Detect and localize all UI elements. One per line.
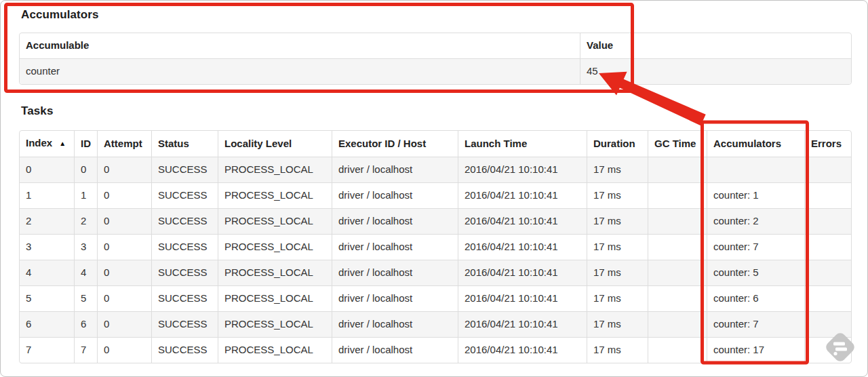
table-cell: 2016/04/21 10:10:41: [458, 157, 587, 182]
column-header: Value: [580, 33, 851, 58]
table-cell: PROCESS_LOCAL: [218, 311, 332, 337]
table-cell: [804, 260, 851, 285]
table-cell: 2: [20, 208, 74, 234]
table-cell: SUCCESS: [151, 234, 218, 260]
tasks-section-title: Tasks: [21, 104, 53, 118]
column-header[interactable]: Locality Level: [218, 131, 332, 157]
table-cell: 7: [74, 337, 97, 363]
table-cell: counter: 17: [707, 337, 804, 363]
table-cell: SUCCESS: [151, 208, 218, 234]
table-cell: 5: [74, 285, 97, 311]
table-cell: PROCESS_LOCAL: [218, 337, 332, 363]
table-cell: 17 ms: [587, 182, 648, 208]
table-cell: 17 ms: [587, 285, 648, 311]
table-cell: 0: [97, 311, 151, 337]
table-cell: 0: [97, 157, 151, 182]
table-cell: PROCESS_LOCAL: [218, 182, 332, 208]
table-row: 000SUCCESSPROCESS_LOCALdriver / localhos…: [20, 157, 851, 182]
table-cell: 4: [20, 260, 74, 285]
table-row: 220SUCCESSPROCESS_LOCALdriver / localhos…: [20, 208, 851, 234]
table-cell: 0: [97, 260, 151, 285]
table-cell: 17 ms: [587, 208, 648, 234]
table-cell: 7: [20, 337, 74, 363]
column-header[interactable]: Status: [151, 131, 218, 157]
table-cell: driver / localhost: [332, 208, 458, 234]
spark-ui-page: Accumulators AccumulableValue counter45 …: [0, 0, 868, 377]
table-cell: driver / localhost: [332, 311, 458, 337]
table-cell: 6: [20, 311, 74, 337]
table-cell: 2016/04/21 10:10:41: [458, 285, 587, 311]
table-row: 770SUCCESSPROCESS_LOCALdriver / localhos…: [20, 337, 851, 363]
table-cell: 17 ms: [587, 234, 648, 260]
table-cell: [804, 182, 851, 208]
table-cell: 2016/04/21 10:10:41: [458, 311, 587, 337]
table-cell: counter: [20, 58, 580, 84]
table-cell: 17 ms: [587, 260, 648, 285]
table-cell: [648, 285, 707, 311]
table-cell: 4: [74, 260, 97, 285]
column-header[interactable]: Attempt: [97, 131, 151, 157]
table-cell: 2016/04/21 10:10:41: [458, 337, 587, 363]
column-header[interactable]: Index▲: [20, 131, 74, 157]
column-header[interactable]: Errors: [804, 131, 851, 157]
table-cell: counter: 7: [707, 311, 804, 337]
column-header[interactable]: Executor ID / Host: [332, 131, 458, 157]
column-header[interactable]: GC Time: [648, 131, 707, 157]
accumulators-header-row: AccumulableValue: [20, 33, 851, 58]
table-cell: 3: [20, 234, 74, 260]
table-cell: [648, 157, 707, 182]
table-cell: 3: [74, 234, 97, 260]
table-cell: 17 ms: [587, 337, 648, 363]
column-header[interactable]: Launch Time: [458, 131, 587, 157]
table-cell: [804, 234, 851, 260]
column-header[interactable]: Accumulators: [707, 131, 804, 157]
accumulators-table-body: counter45: [20, 58, 851, 84]
table-cell: SUCCESS: [151, 182, 218, 208]
table-cell: 17 ms: [587, 157, 648, 182]
table-row: 110SUCCESSPROCESS_LOCALdriver / localhos…: [20, 182, 851, 208]
table-cell: [707, 157, 804, 182]
column-header: Accumulable: [20, 33, 580, 58]
table-cell: counter: 5: [707, 260, 804, 285]
table-cell: [804, 157, 851, 182]
tasks-header-row: Index▲IDAttemptStatusLocality LevelExecu…: [20, 131, 851, 157]
table-cell: [804, 208, 851, 234]
table-cell: [648, 234, 707, 260]
table-cell: SUCCESS: [151, 260, 218, 285]
table-cell: driver / localhost: [332, 337, 458, 363]
table-row: 440SUCCESSPROCESS_LOCALdriver / localhos…: [20, 260, 851, 285]
table-cell: [804, 337, 851, 363]
table-cell: counter: 2: [707, 208, 804, 234]
table-cell: [648, 311, 707, 337]
column-header[interactable]: Duration: [587, 131, 648, 157]
table-cell: driver / localhost: [332, 182, 458, 208]
table-cell: [648, 337, 707, 363]
table-cell: 5: [20, 285, 74, 311]
table-cell: SUCCESS: [151, 337, 218, 363]
table-cell: driver / localhost: [332, 260, 458, 285]
accumulators-table: AccumulableValue counter45: [19, 33, 852, 85]
table-cell: [804, 311, 851, 337]
table-cell: 45: [580, 58, 851, 84]
table-cell: counter: 7: [707, 234, 804, 260]
sort-asc-icon: ▲: [59, 137, 66, 151]
table-cell: 0: [97, 182, 151, 208]
table-row: 660SUCCESSPROCESS_LOCALdriver / localhos…: [20, 311, 851, 337]
table-cell: PROCESS_LOCAL: [218, 260, 332, 285]
table-cell: SUCCESS: [151, 157, 218, 182]
table-cell: SUCCESS: [151, 285, 218, 311]
table-cell: PROCESS_LOCAL: [218, 285, 332, 311]
table-cell: 0: [97, 234, 151, 260]
table-row: counter45: [20, 58, 851, 84]
table-cell: driver / localhost: [332, 234, 458, 260]
table-cell: PROCESS_LOCAL: [218, 234, 332, 260]
table-cell: PROCESS_LOCAL: [218, 157, 332, 182]
table-cell: 0: [74, 157, 97, 182]
table-cell: 0: [97, 285, 151, 311]
table-cell: 1: [20, 182, 74, 208]
table-cell: counter: 1: [707, 182, 804, 208]
column-header[interactable]: ID: [74, 131, 97, 157]
table-cell: counter: 6: [707, 285, 804, 311]
table-row: 330SUCCESSPROCESS_LOCALdriver / localhos…: [20, 234, 851, 260]
table-cell: [648, 208, 707, 234]
